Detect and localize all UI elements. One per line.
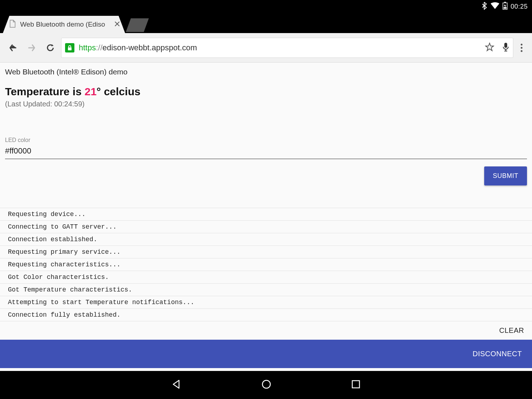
reload-button[interactable] [42,40,58,56]
log-line: Connection established. [0,233,532,246]
forward-button[interactable] [24,40,40,56]
bookmark-icon[interactable] [485,42,494,53]
browser-menu-icon[interactable] [516,43,527,52]
tab-title: Web Bluetooth demo (Ediso [20,20,105,28]
temp-value: 21 [84,86,96,97]
submit-button[interactable]: SUBMIT [484,166,527,185]
svg-rect-1 [504,2,506,3]
browser-toolbar: https://edison-webbt.appspot.com [0,33,532,63]
led-color-input[interactable] [5,145,527,159]
last-updated: (Last Updated: 00:24:59) [5,100,527,108]
svg-rect-3 [68,47,72,50]
log-line: Requesting primary service... [0,246,532,258]
log-line: Requesting characteristics... [0,258,532,271]
secure-lock-icon [65,43,74,52]
svg-point-8 [262,380,270,388]
clear-button[interactable]: CLEAR [499,326,524,335]
url-text: https://edison-webbt.appspot.com [79,43,197,52]
log-line: Got Temperature characteristics. [0,284,532,296]
log-list: Requesting device... Connecting to GATT … [0,208,532,321]
svg-point-6 [521,47,523,49]
log-line: Connecting to GATT server... [0,221,532,233]
svg-point-7 [521,50,523,52]
wifi-icon [490,2,500,11]
svg-rect-9 [352,381,359,388]
status-time: 00:25 [510,3,528,10]
led-color-label: LED color [5,137,527,143]
battery-icon [503,2,508,12]
browser-tab-active[interactable]: Web Bluetooth demo (Ediso [3,16,125,33]
temp-suffix: ° celcius [97,86,141,97]
page-subtitle: Web Bluetooth (Intel® Edison) demo [5,68,527,76]
disconnect-button[interactable]: DISCONNECT [473,350,522,358]
nav-recent-icon[interactable] [351,379,361,391]
url-host: edison-webbt.appspot.com [102,43,197,52]
url-scheme: https [79,43,96,52]
android-nav-bar [0,371,532,399]
log-line: Attempting to start Temperature notifica… [0,296,532,309]
temp-prefix: Temperature is [5,86,84,97]
page-icon [9,20,16,29]
log-line: Got Color characteristics. [0,271,532,284]
mic-icon[interactable] [502,42,509,54]
android-status-bar: 00:25 [0,0,532,13]
tab-close-icon[interactable] [114,20,120,29]
log-line: Requesting device... [0,208,532,221]
url-sep: :// [96,43,102,52]
nav-home-icon[interactable] [261,379,272,391]
log-line: Connection fully established. [0,309,532,321]
address-bar[interactable]: https://edison-webbt.appspot.com [61,38,513,58]
page-content: Web Bluetooth (Intel® Edison) demo Tempe… [0,63,532,371]
svg-rect-2 [504,7,506,9]
new-tab-button[interactable] [126,18,149,32]
svg-rect-4 [504,43,507,48]
bluetooth-icon [482,2,487,12]
back-button[interactable] [5,40,21,56]
nav-back-icon[interactable] [171,379,182,391]
temperature-heading: Temperature is 21° celcius [5,86,527,98]
svg-point-5 [521,43,523,45]
browser-tabstrip: Web Bluetooth demo (Ediso [0,13,532,33]
